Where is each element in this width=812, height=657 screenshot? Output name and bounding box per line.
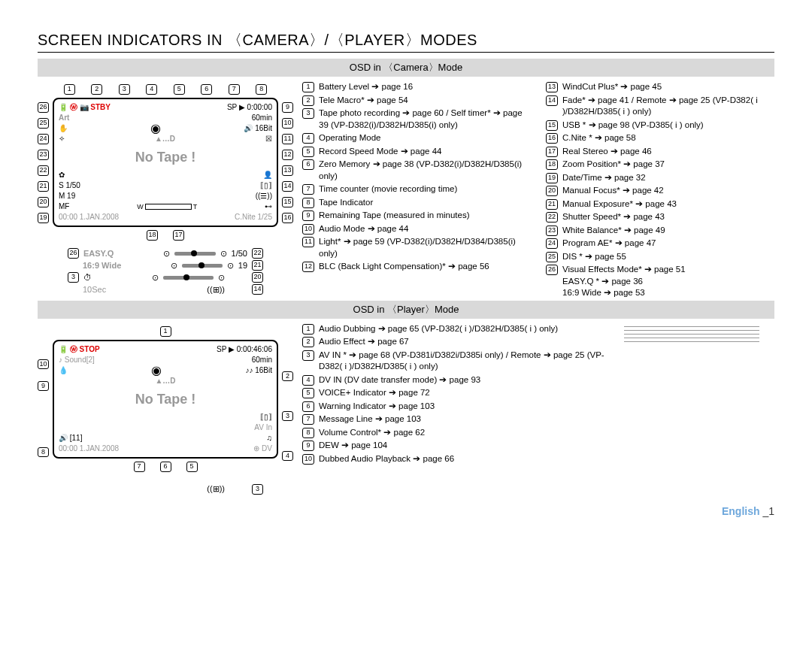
list-item: 4DV IN (DV date transfer mode) ➔ page 93 — [302, 374, 615, 386]
list-item: 10Audio Mode ➔ page 44 — [302, 223, 531, 235]
list-item: 15USB * ➔ page 98 (VP-D385( i ) only) — [546, 120, 774, 132]
camera-left-callouts: 26 25 24 23 22 21 20 19 — [38, 99, 49, 226]
list-item: 24Program AE* ➔ page 47 — [546, 238, 774, 250]
list-item: 7Message Line ➔ page 103 — [302, 413, 615, 425]
sliders-block: 26 EASY.Q ⊙⊙ 1/50 22 16:9 Wide ⊙⊙ 19 21 … — [68, 248, 263, 295]
list-item: 8Volume Control* ➔ page 62 — [302, 427, 615, 439]
list-item: 3AV IN * ➔ page 68 (VP-D381i/D382i/D385i… — [302, 350, 615, 373]
footer-language: English — [722, 505, 760, 517]
player-mode-row: 1 10 9 8 2 3 4 🔋 ⓦ STOP SP ▶ 0:00:46:06 … — [38, 323, 774, 496]
blank-rules — [624, 323, 774, 496]
list-item: 13WindCut Plus* ➔ page 45 — [546, 81, 774, 93]
player-list: 1Audio Dubbing ➔ page 65 (VP-D382( i )/D… — [302, 323, 615, 496]
list-item: 1Battery Level ➔ page 16 — [302, 81, 531, 93]
list-item: 12BLC (Back Light Compensation)* ➔ page … — [302, 261, 531, 273]
camera-mode-row: 1 2 3 4 5 6 7 8 26 25 24 23 22 21 20 19 … — [38, 81, 774, 301]
list-item: 16C.Nite * ➔ page 58 — [546, 132, 774, 144]
list-item: 9DEW ➔ page 104 — [302, 440, 615, 452]
list-item: 2Audio Effect ➔ page 67 — [302, 336, 615, 348]
camera-bottom-callouts: 18 17 — [38, 230, 293, 241]
list-item: 26Visual Effects Mode* ➔ page 51 EASY.Q … — [546, 264, 774, 299]
camera-list-left: 1Battery Level ➔ page 162Tele Macro* ➔ p… — [302, 81, 531, 301]
camera-top-callouts: 1 2 3 4 5 6 7 8 — [56, 84, 275, 95]
camera-lcd-panel: 1 2 3 4 5 6 7 8 26 25 24 23 22 21 20 19 … — [38, 81, 293, 301]
list-item: 9Remaining Tape (measured in minutes) — [302, 210, 531, 222]
camera-list: 1Battery Level ➔ page 162Tele Macro* ➔ p… — [302, 81, 774, 301]
list-item: 1Audio Dubbing ➔ page 65 (VP-D382( i )/D… — [302, 323, 615, 335]
list-item: 2Tele Macro* ➔ page 54 — [302, 95, 531, 107]
list-item: 22Shutter Speed* ➔ page 43 — [546, 211, 774, 223]
list-item: 19Date/Time ➔ page 32 — [546, 172, 774, 184]
list-item: 18Zoom Position* ➔ page 37 — [546, 159, 774, 171]
list-item: 6Warning Indicator ➔ page 103 — [302, 401, 615, 413]
page-title: SCREEN INDICATORS IN 〈CAMERA〉/〈PLAYER〉MO… — [38, 30, 774, 53]
list-item: 8Tape Indicator — [302, 197, 531, 209]
section-header-camera: OSD in 〈Camera〉Mode — [38, 59, 774, 77]
player-bottom-callouts: 7 6 5 — [38, 462, 293, 472]
lcd-row1: 🔋 ⓦ 📷 STBY SP ▶ 0:00:00 — [59, 102, 272, 113]
camera-lcd-frame: 26 25 24 23 22 21 20 19 9 10 11 12 13 14… — [53, 98, 278, 227]
list-item: 17Real Stereo ➔ page 46 — [546, 146, 774, 158]
camera-list-right: 13WindCut Plus* ➔ page 4514Fade* ➔ page … — [546, 81, 774, 301]
player-top-callouts: 1 — [38, 326, 293, 337]
list-item: 7Time counter (movie recording time) — [302, 183, 531, 195]
list-item: 25DIS * ➔ page 55 — [546, 251, 774, 263]
list-item: 14Fade* ➔ page 41 / Remote ➔ page 25 (VP… — [546, 95, 774, 118]
list-item: 10Dubbed Audio Playback ➔ page 66 — [302, 453, 615, 465]
list-item: 21Manual Exposure* ➔ page 43 — [546, 198, 774, 210]
camera-right-callouts: 9 10 11 12 13 14 15 16 — [282, 99, 293, 226]
list-item: 3Tape photo recording ➔ page 60 / Self t… — [302, 107, 531, 131]
list-item: 6Zero Memory ➔ page 38 (VP-D382(i)/D382H… — [302, 159, 531, 182]
list-item: 23White Balance* ➔ page 49 — [546, 225, 774, 237]
no-tape: No Tape ! — [59, 152, 272, 162]
list-item: 5VOICE+ Indicator ➔ page 72 — [302, 387, 615, 399]
list-item: 4Operating Mode — [302, 132, 531, 144]
list-item: 11Light* ➔ page 59 (VP-D382(i)/D382H/D38… — [302, 236, 531, 259]
art-label: Art — [59, 113, 69, 123]
list-item: 5Record Speed Mode ➔ page 44 — [302, 146, 531, 158]
player-right-callouts: 2 3 4 — [282, 371, 293, 457]
section-header-player: OSD in 〈Player〉Mode — [38, 301, 774, 319]
player-lcd-frame: 10 9 8 2 3 4 🔋 ⓦ STOP SP ▶ 0:00:46:06 ♪ … — [53, 340, 278, 459]
list-item: 20Manual Focus* ➔ page 42 — [546, 185, 774, 197]
zoom-bar: WT — [137, 201, 197, 212]
player-left-callouts: 10 9 8 — [38, 359, 49, 457]
footer: English _1 — [38, 505, 774, 517]
player-lcd-panel: 1 10 9 8 2 3 4 🔋 ⓦ STOP SP ▶ 0:00:46:06 … — [38, 323, 293, 496]
footer-page-number: _1 — [762, 505, 774, 517]
